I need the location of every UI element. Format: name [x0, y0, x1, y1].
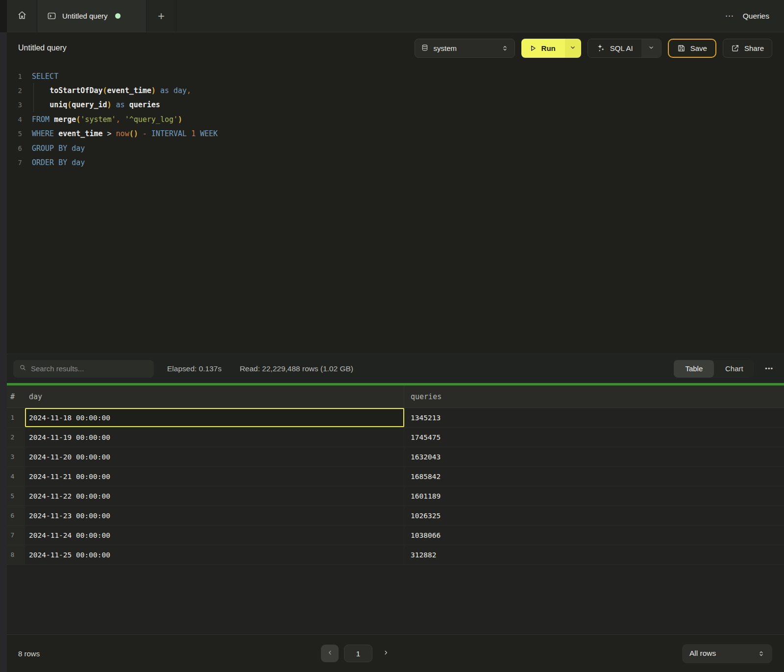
tab-title: Untitled query — [62, 12, 108, 20]
table-row-1: 12024-11-18 00:00:001345213 — [0, 408, 784, 428]
terminal-icon — [47, 11, 56, 21]
results-footer: 8 rows 1 All rows — [0, 634, 784, 672]
search-results-box[interactable] — [13, 360, 154, 378]
header-actions: system Run — [415, 39, 772, 58]
chevron-left-icon — [327, 649, 333, 658]
page-size-selector[interactable]: All rows — [682, 644, 772, 663]
code-text: SELECT — [32, 69, 58, 83]
code-line-3[interactable]: 3 uniq(query_id) as queries — [0, 98, 784, 112]
cell-day[interactable]: 2024-11-19 00:00:00 — [25, 428, 404, 447]
sql-editor[interactable]: 1SELECT2 toStartOfDay(event_time) as day… — [0, 64, 784, 354]
row-count: 8 rows — [18, 649, 40, 658]
code-line-2[interactable]: 2 toStartOfDay(event_time) as day, — [0, 83, 784, 97]
code-text: toStartOfDay(event_time) as day, — [32, 83, 191, 97]
select-updown-icon — [501, 45, 509, 52]
new-tab-button[interactable]: + — [147, 0, 176, 32]
column-header-day[interactable]: day — [25, 385, 404, 408]
cell-queries[interactable]: 1038066 — [404, 526, 784, 545]
query-title[interactable]: Untitled query — [18, 44, 67, 52]
cell-day[interactable]: 2024-11-24 00:00:00 — [25, 526, 404, 545]
cell-day[interactable]: 2024-11-20 00:00:00 — [25, 447, 404, 466]
sql-ai-button-group: SQL AI — [588, 39, 662, 58]
code-line-6[interactable]: 6GROUP BY day — [0, 141, 784, 155]
run-button-group: Run — [521, 39, 581, 58]
search-results-input[interactable] — [31, 364, 148, 373]
results-table: # day queries 12024-11-18 00:00:00134521… — [0, 385, 784, 634]
code-line-4[interactable]: 4FROM merge('system', '^query_log') — [0, 112, 784, 126]
cell-day[interactable]: 2024-11-23 00:00:00 — [25, 506, 404, 525]
code-text: WHERE event_time > now() - INTERVAL 1 WE… — [32, 127, 218, 141]
cell-queries[interactable]: 1026325 — [404, 506, 784, 525]
plus-icon: + — [158, 9, 165, 23]
code-line-1[interactable]: 1SELECT — [0, 69, 784, 83]
cell-day[interactable]: 2024-11-18 00:00:00 — [25, 408, 404, 427]
select-updown-icon — [758, 650, 765, 657]
table-row-2: 22024-11-19 00:00:001745475 — [0, 428, 784, 447]
cell-queries[interactable]: 1632043 — [404, 447, 784, 466]
table-body: 12024-11-18 00:00:00134521322024-11-19 0… — [0, 408, 784, 565]
table-row-5: 52024-11-22 00:00:001601189 — [0, 486, 784, 506]
home-tab-button[interactable] — [7, 0, 37, 32]
sidebar-strip-top — [0, 0, 7, 32]
table-row-6: 62024-11-23 00:00:001026325 — [0, 506, 784, 526]
query-header: Untitled query system Run — [0, 32, 784, 64]
sparkles-icon — [596, 44, 605, 52]
cell-queries[interactable]: 1745475 — [404, 428, 784, 447]
save-button[interactable]: Save — [668, 39, 716, 58]
cell-day[interactable]: 2024-11-25 00:00:00 — [25, 545, 404, 564]
database-icon — [421, 44, 429, 52]
top-tab-bar: Untitled query + ⋯ Queries — [0, 0, 784, 32]
chart-view-tab[interactable]: Chart — [714, 360, 754, 378]
elapsed-stat: Elapsed: 0.137s — [167, 364, 221, 373]
tab-untitled-query[interactable]: Untitled query — [37, 0, 147, 32]
code-line-5[interactable]: 5WHERE event_time > now() - INTERVAL 1 W… — [0, 127, 784, 141]
next-page-button[interactable] — [378, 645, 393, 662]
code-text: ORDER BY day — [32, 155, 85, 169]
read-stat: Read: 22,229,488 rows (1.02 GB) — [240, 364, 353, 373]
run-button[interactable]: Run — [521, 39, 565, 58]
home-icon — [17, 10, 27, 22]
collapsed-sidebar-strip[interactable] — [0, 0, 7, 672]
chevron-right-icon — [383, 649, 389, 658]
breadcrumb-ellipsis-icon[interactable]: ⋯ — [725, 11, 734, 21]
current-page-button[interactable]: 1 — [344, 645, 372, 662]
page-size-value: All rows — [689, 649, 716, 658]
sql-editor-lines: 1SELECT2 toStartOfDay(event_time) as day… — [0, 69, 784, 170]
table-empty-area — [0, 565, 784, 634]
code-line-7[interactable]: 7ORDER BY day — [0, 155, 784, 169]
cell-queries[interactable]: 312882 — [404, 545, 784, 564]
table-header-row: # day queries — [0, 385, 784, 408]
cell-day[interactable]: 2024-11-21 00:00:00 — [25, 467, 404, 486]
topbar-right: ⋯ Queries — [725, 0, 784, 32]
code-text: FROM merge('system', '^query_log') — [32, 112, 182, 126]
database-selector[interactable]: system — [415, 39, 515, 58]
queries-breadcrumb[interactable]: Queries — [743, 12, 769, 21]
share-button-label: Share — [744, 44, 764, 52]
results-toolbar: Elapsed: 0.137s Read: 22,229,488 rows (1… — [0, 354, 784, 383]
code-text: uniq(query_id) as queries — [32, 98, 160, 112]
cell-day[interactable]: 2024-11-22 00:00:00 — [25, 486, 404, 505]
indent-guide — [33, 98, 34, 112]
cell-queries[interactable]: 1345213 — [404, 408, 784, 427]
table-row-3: 32024-11-20 00:00:001632043 — [0, 447, 784, 467]
share-button[interactable]: Share — [723, 39, 772, 58]
code-text: GROUP BY day — [32, 141, 85, 155]
run-button-label: Run — [541, 44, 556, 52]
column-header-queries[interactable]: queries — [404, 385, 784, 408]
results-options-icon[interactable]: ••• — [765, 365, 773, 372]
save-icon — [677, 44, 686, 52]
run-options-button[interactable] — [565, 39, 581, 58]
cell-queries[interactable]: 1601189 — [404, 486, 784, 505]
table-view-tab[interactable]: Table — [674, 360, 714, 378]
save-button-label: Save — [690, 44, 707, 52]
indent-guide — [33, 83, 34, 97]
cell-queries[interactable]: 1685842 — [404, 467, 784, 486]
play-icon — [529, 44, 537, 52]
sql-ai-options-button[interactable] — [641, 39, 661, 57]
database-selector-value: system — [434, 44, 457, 52]
chevron-down-icon — [648, 44, 655, 52]
chevron-down-icon — [569, 44, 576, 52]
previous-page-button[interactable] — [321, 645, 339, 662]
table-row-8: 82024-11-25 00:00:00312882 — [0, 545, 784, 565]
sql-ai-button[interactable]: SQL AI — [588, 39, 641, 57]
